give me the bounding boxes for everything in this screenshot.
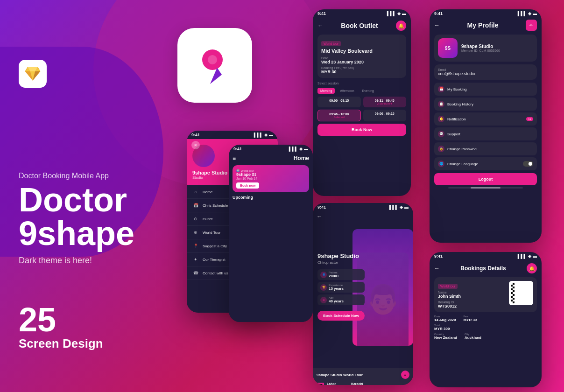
doctor-phone-content: 👨 9shape Studio Chiropractor 👤 Patient 2…	[313, 220, 413, 385]
doctor-back-icon[interactable]: ←	[317, 213, 322, 220]
edit-button[interactable]: ✏	[526, 20, 537, 31]
status-bar: 9:41 ▌▌▌◈▬	[187, 131, 278, 139]
booking-info: World tour Name John Simth Booking ID WT…	[438, 281, 505, 308]
menu-change-password[interactable]: 🔒 Change Passwod	[434, 142, 537, 155]
notification-bell[interactable]: 🔔	[396, 21, 406, 31]
book-outlet-content: ← Book Outlet 🔔 World tour Mid Valley Bo…	[313, 18, 411, 139]
menu-my-booking[interactable]: 📅 My Booking	[434, 83, 537, 96]
my-booking-icon: 📅	[438, 86, 444, 92]
doctor-name: 9shape Studio	[317, 252, 365, 259]
venue-name: Mid Valley Boulevard	[321, 48, 402, 54]
tour-arrow: →	[345, 383, 348, 385]
therapist-icon: ✦	[192, 256, 199, 263]
time-slot-4[interactable]: 09:00 - 09:15	[363, 110, 407, 121]
app-title: Doctor 9shape	[19, 183, 205, 250]
time-slots: 09:00 - 09:15 09:31 - 09:45 2 Slot(s) le…	[317, 97, 406, 121]
profile-title: My Profile	[467, 21, 499, 29]
home-book-btn[interactable]: Book now	[236, 182, 259, 189]
outlet-icon: ⊙	[192, 216, 199, 222]
profile-member-id: Member ID: CLM-0053560	[461, 49, 500, 52]
fee-label: Booking Fee (Per pax)	[321, 66, 402, 70]
fee-value: MYR 30	[321, 70, 402, 74]
contact-icon: ☎	[192, 270, 199, 276]
profile-back-icon[interactable]: ←	[434, 22, 440, 28]
booking-date-value: 14 Aug 2020	[434, 318, 456, 322]
world-tour-section: 9shape Studio World Tour ≡ 🇩🇪 Lahor Wed …	[313, 368, 413, 385]
booking-details-row2: Total MYR 300	[434, 324, 537, 331]
notification-icon: 🔔	[438, 116, 444, 122]
support-icon: 💬	[438, 131, 444, 137]
time-slot-1[interactable]: 09:00 - 09:15	[317, 97, 361, 107]
close-button[interactable]: ✕	[191, 141, 200, 149]
booking-notif-bell[interactable]: 🔔	[527, 263, 537, 273]
session-label: Select session	[317, 82, 406, 85]
status-bar-doctor: 9:41 ▌▌▌◈▬	[313, 203, 413, 211]
phone-book-outlet: 9:41 ▌▌▌◈▬ ← Book Outlet 🔔 World tour Mi…	[313, 9, 411, 196]
booking-id-label: Booking ID	[438, 301, 505, 304]
status-bar-book: 9:41 ▌▌▌◈▬	[313, 9, 411, 18]
app-icon-large	[177, 28, 252, 103]
booking-details-row: Date 14 Aug 2020 Fee MYR 30	[434, 315, 537, 322]
doctor-info: 9shape Studio Chiropractor 👤 Patient 200…	[313, 238, 369, 321]
language-toggle[interactable]	[523, 161, 533, 167]
screen-count: 25	[19, 303, 205, 336]
language-icon: 🌐	[438, 161, 444, 167]
sketch-icon	[19, 60, 47, 88]
back-icon[interactable]: ←	[317, 22, 323, 29]
home-date: Jan 10-Feb 14	[236, 177, 305, 180]
session-evening[interactable]: Evening	[360, 88, 377, 94]
world-tour-header: 9shape Studio World Tour ≡	[317, 371, 409, 379]
world-tour-card: 🌍World tour 9shape St Jan 10-Feb 14 Book…	[233, 165, 309, 192]
stat-age: ⊕ Age 40 years	[317, 294, 365, 305]
time-slot-3[interactable]: 09:46 - 10:00 Selected	[317, 110, 361, 121]
session-morning[interactable]: Morning	[317, 88, 335, 94]
profile-user-card: 9S 9shape Studio Member ID: CLM-0053560	[434, 35, 537, 62]
status-bar-profile: 9:41 ▌▌▌◈▬	[430, 9, 542, 18]
book-schedule-button[interactable]: Book Schedule Now	[317, 311, 365, 321]
booking-info-card: World tour Name John Simth Booking ID WT…	[434, 277, 537, 312]
logout-button[interactable]: Logout	[434, 173, 537, 185]
location-icon: 📍	[192, 243, 199, 249]
session-tabs: Morning Afternoon Evening	[317, 88, 406, 94]
time-slot-2[interactable]: 09:31 - 09:45 2 Slot(s) left	[363, 97, 407, 107]
profile-content: ← My Profile ✏ 9S 9shape Studio Member I…	[430, 18, 542, 192]
world-tour-badge: 🌍World tour	[236, 169, 305, 172]
session-afternoon[interactable]: Afternoon	[337, 88, 357, 94]
password-icon: 🔒	[438, 146, 444, 152]
menu-notification[interactable]: 🔔 Notification 12	[434, 112, 537, 126]
home-icon: ⌂	[192, 189, 199, 195]
date-value: Wed 23 January 2020	[321, 60, 402, 64]
screen-count-label: Screen Design	[19, 336, 205, 351]
booking-header: ← Bookings Details 🔔	[434, 263, 537, 273]
tagline: Dark theme is here!	[19, 256, 205, 266]
booking-content: ← Bookings Details 🔔 World tour Name Joh…	[430, 260, 542, 343]
email-value: ceo@9shape.studio	[438, 71, 533, 76]
patient-name-label: Name	[438, 291, 505, 294]
experience-icon: 🏆	[320, 284, 327, 291]
menu-booking-history[interactable]: 📋 Booking History	[434, 98, 537, 111]
book-now-button[interactable]: Book Now	[317, 124, 406, 136]
stat-experience: 🏆 Experience 15 years	[317, 282, 365, 293]
email-label: Email	[438, 68, 533, 71]
hamburger-icon[interactable]: ≡	[233, 155, 236, 161]
phone-doctor-profile: 9:41 ▌▌▌◈▬ ← 👨 9shape Studio Chiropracto…	[313, 203, 413, 385]
schedule-icon: 📅	[192, 202, 199, 209]
status-bar-home: 9:41 ▌▌▌◈▬	[229, 145, 313, 153]
booking-total-value: MYR 300	[434, 327, 450, 331]
menu-support[interactable]: 💬 Support	[434, 127, 537, 140]
home-title: Home	[294, 155, 309, 161]
book-outlet-header: ← Book Outlet 🔔	[317, 21, 406, 31]
date-label: Date	[321, 56, 402, 60]
menu-change-language[interactable]: 🌐 Change Language	[434, 157, 537, 170]
user-avatar: 9S	[438, 38, 458, 58]
booking-details-row3: Country New Zealand City Auckland	[434, 333, 537, 340]
phone-profile: 9:41 ▌▌▌◈▬ ← My Profile ✏ 9S 9shape Stud…	[430, 9, 542, 243]
upcoming-label: Upcoming	[233, 195, 309, 200]
booking-back-icon[interactable]: ←	[434, 265, 440, 272]
svg-point-1	[208, 55, 217, 64]
country-value: New Zealand	[434, 336, 457, 340]
count-section: 25 Screen Design	[19, 303, 205, 351]
city-value: Auckland	[465, 336, 481, 340]
profile-username: 9shape Studio	[461, 44, 500, 49]
phone-booking-details: 9:41 ▌▌▌◈▬ ← Bookings Details 🔔 World to…	[430, 252, 542, 387]
